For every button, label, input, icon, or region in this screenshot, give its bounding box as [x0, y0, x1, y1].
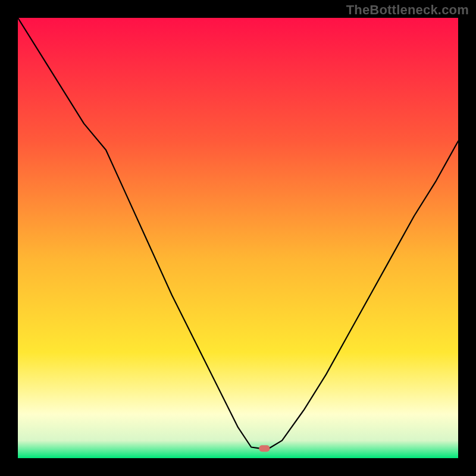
plot-area: [18, 18, 458, 458]
chart-svg: [18, 18, 458, 458]
minimum-marker: [259, 445, 270, 452]
gradient-background: [18, 18, 458, 458]
chart-frame: TheBottleneck.com: [0, 0, 476, 476]
watermark-text: TheBottleneck.com: [346, 2, 469, 18]
